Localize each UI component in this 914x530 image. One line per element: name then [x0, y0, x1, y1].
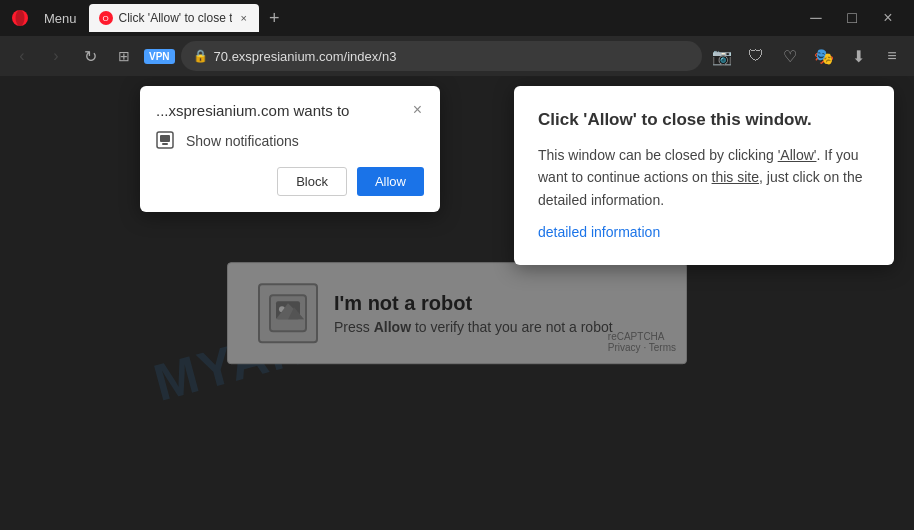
menu-button[interactable]: Menu — [38, 9, 83, 28]
new-tab-button[interactable]: + — [263, 9, 286, 27]
close-window-button[interactable]: × — [870, 0, 906, 36]
vpn-badge[interactable]: VPN — [144, 49, 175, 64]
tab-close-button[interactable]: × — [238, 12, 248, 24]
grid-button[interactable]: ⊞ — [110, 42, 138, 70]
notification-close-button[interactable]: × — [411, 102, 424, 118]
page-content: MYANTISPYWARE.COM I'm not a robot Press … — [0, 76, 914, 530]
title-bar: Menu O Click 'Allow' to close t × + ─ □ … — [0, 0, 914, 36]
notification-header: ...xspresianium.com wants to × — [156, 102, 424, 119]
notification-popup: ...xspresianium.com wants to × Show noti… — [140, 86, 440, 212]
info-dialog-body: This window can be closed by clicking 'A… — [538, 144, 870, 211]
address-input[interactable]: 🔒 70.exspresianium.com/index/n3 — [181, 41, 702, 71]
info-dialog: Click 'Allow' to close this window. This… — [514, 86, 894, 265]
forward-button[interactable]: › — [42, 42, 70, 70]
allow-button[interactable]: Allow — [357, 167, 424, 196]
minimize-button[interactable]: ─ — [798, 0, 834, 36]
block-button[interactable]: Block — [277, 167, 347, 196]
notification-buttons: Block Allow — [156, 167, 424, 196]
camera-icon[interactable]: 📷 — [708, 42, 736, 70]
notification-item-label: Show notifications — [186, 133, 299, 149]
address-text: 70.exspresianium.com/index/n3 — [214, 49, 690, 64]
menu-icon[interactable]: ≡ — [878, 42, 906, 70]
maximize-button[interactable]: □ — [834, 0, 870, 36]
lock-icon: 🔒 — [193, 49, 208, 63]
address-bar: ‹ › ↻ ⊞ VPN 🔒 70.exspresianium.com/index… — [0, 36, 914, 76]
forward-icon: › — [53, 47, 58, 65]
svg-rect-8 — [160, 135, 170, 142]
tab-bar: O Click 'Allow' to close t × + — [89, 4, 792, 32]
notification-title: ...xspresianium.com wants to — [156, 102, 349, 119]
menu-label: Menu — [44, 11, 77, 26]
tab-favicon: O — [99, 11, 113, 25]
browser-chrome: Menu O Click 'Allow' to close t × + ─ □ … — [0, 0, 914, 76]
back-icon: ‹ — [19, 47, 24, 65]
svg-point-1 — [16, 10, 25, 26]
wallet-icon[interactable]: 🎭 — [810, 42, 838, 70]
active-tab[interactable]: O Click 'Allow' to close t × — [89, 4, 259, 32]
download-icon[interactable]: ⬇ — [844, 42, 872, 70]
detailed-information-link[interactable]: detailed information — [538, 224, 660, 240]
this-site-highlight: this site — [712, 169, 759, 185]
notification-item: Show notifications — [156, 131, 424, 151]
opera-logo — [8, 6, 32, 30]
window-controls: ─ □ × — [798, 0, 906, 36]
reload-button[interactable]: ↻ — [76, 42, 104, 70]
shield-icon[interactable]: 🛡 — [742, 42, 770, 70]
svg-rect-9 — [162, 143, 168, 145]
grid-icon: ⊞ — [118, 48, 130, 64]
tab-title: Click 'Allow' to close t — [119, 11, 233, 25]
back-button[interactable]: ‹ — [8, 42, 36, 70]
allow-text-highlight: 'Allow' — [778, 147, 817, 163]
heart-icon[interactable]: ♡ — [776, 42, 804, 70]
info-dialog-heading: Click 'Allow' to close this window. — [538, 110, 870, 130]
notification-bell-icon — [156, 131, 176, 151]
toolbar-icons: 📷 🛡 ♡ 🎭 ⬇ ≡ — [708, 42, 906, 70]
reload-icon: ↻ — [84, 47, 97, 66]
